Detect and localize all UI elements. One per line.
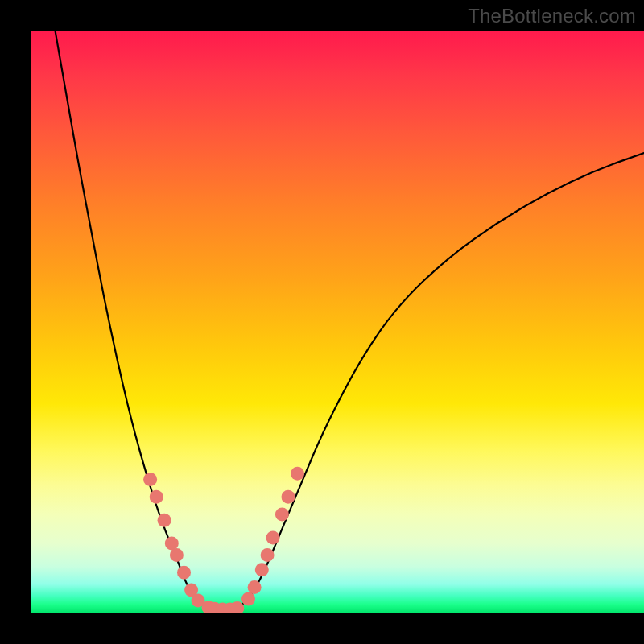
data-point — [261, 548, 275, 562]
data-point — [158, 514, 171, 527]
curve-layer — [31, 31, 644, 613]
data-point — [150, 490, 163, 504]
data-point — [170, 548, 184, 562]
bottleneck-curve-right — [239, 153, 644, 608]
data-point — [177, 566, 191, 580]
plot-area — [31, 31, 644, 613]
data-points — [143, 467, 304, 613]
data-point — [143, 473, 157, 486]
data-point — [248, 580, 262, 594]
bottleneck-curve-left — [56, 31, 209, 608]
data-point — [242, 592, 255, 605]
data-point — [275, 507, 289, 521]
chart-frame: TheBottleneck.com — [0, 0, 644, 644]
data-point — [266, 530, 280, 544]
data-point — [165, 537, 179, 551]
data-point — [255, 563, 269, 576]
data-point — [282, 490, 295, 504]
watermark-text: TheBottleneck.com — [468, 5, 636, 27]
data-point — [291, 467, 304, 481]
